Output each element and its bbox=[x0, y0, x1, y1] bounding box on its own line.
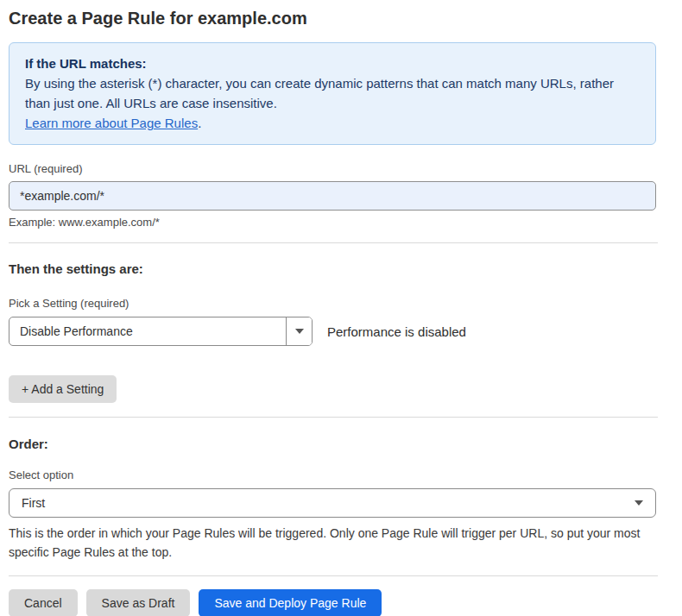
chevron-down-icon bbox=[295, 329, 304, 334]
order-select-value: First bbox=[22, 496, 635, 510]
cancel-button[interactable]: Cancel bbox=[9, 589, 78, 616]
url-input[interactable] bbox=[9, 181, 656, 211]
setting-row: Disable Performance Performance is disab… bbox=[9, 317, 656, 346]
order-description: This is the order in which your Page Rul… bbox=[9, 524, 647, 562]
add-setting-button[interactable]: + Add a Setting bbox=[9, 375, 117, 403]
divider bbox=[9, 242, 658, 243]
save-as-draft-button[interactable]: Save as Draft bbox=[86, 589, 191, 616]
page-title: Create a Page Rule for example.com bbox=[9, 9, 656, 28]
setting-status-text: Performance is disabled bbox=[327, 324, 466, 339]
link-period: . bbox=[198, 116, 201, 130]
settings-section-heading: Then the settings are: bbox=[9, 261, 656, 276]
url-match-info-box: If the URL matches: By using the asteris… bbox=[9, 42, 656, 145]
setting-select[interactable]: Disable Performance bbox=[9, 317, 313, 346]
order-select[interactable]: First bbox=[9, 488, 656, 518]
order-section-heading: Order: bbox=[9, 437, 656, 451]
save-and-deploy-button[interactable]: Save and Deploy Page Rule bbox=[199, 589, 382, 616]
setting-select-value: Disable Performance bbox=[9, 317, 286, 345]
url-example-help: Example: www.example.com/* bbox=[9, 216, 656, 229]
page-rule-form: Create a Page Rule for example.com If th… bbox=[0, 0, 682, 616]
order-select-label: Select option bbox=[9, 468, 656, 481]
learn-more-link[interactable]: Learn more about Page Rules bbox=[25, 116, 198, 130]
url-field-label: URL (required) bbox=[9, 162, 656, 175]
form-actions: Cancel Save as Draft Save and Deploy Pag… bbox=[9, 589, 656, 616]
pick-setting-label: Pick a Setting (required) bbox=[9, 297, 656, 310]
info-box-link-line: Learn more about Page Rules. bbox=[25, 113, 640, 133]
setting-select-arrow-button[interactable] bbox=[286, 317, 312, 345]
info-box-body: By using the asterisk (*) character, you… bbox=[25, 73, 640, 113]
divider bbox=[9, 575, 658, 576]
divider bbox=[9, 417, 658, 418]
info-box-heading: If the URL matches: bbox=[25, 53, 640, 73]
chevron-down-icon bbox=[635, 500, 643, 506]
